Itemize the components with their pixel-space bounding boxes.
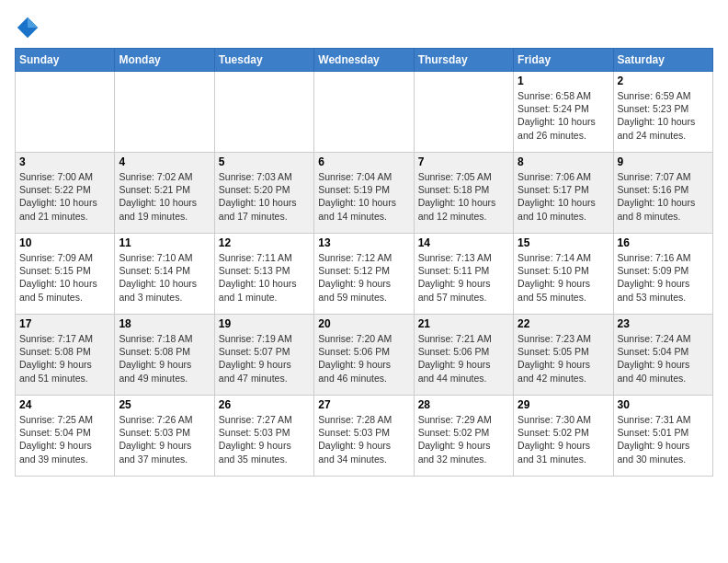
day-number: 8: [518, 155, 609, 168]
day-number: 28: [418, 398, 509, 411]
day-number: 13: [318, 236, 409, 249]
day-number: 4: [119, 155, 210, 168]
day-number: 7: [418, 155, 509, 168]
calendar-cell: 2Sunrise: 6:59 AM Sunset: 5:23 PM Daylig…: [613, 72, 712, 153]
calendar-cell: 9Sunrise: 7:07 AM Sunset: 5:16 PM Daylig…: [613, 153, 712, 234]
calendar-cell: 24Sunrise: 7:25 AM Sunset: 5:04 PM Dayli…: [16, 396, 115, 477]
weekday-header-sunday: Sunday: [16, 49, 115, 72]
calendar-cell: 15Sunrise: 7:14 AM Sunset: 5:10 PM Dayli…: [514, 234, 613, 315]
weekday-header-tuesday: Tuesday: [214, 49, 313, 72]
calendar-cell: 30Sunrise: 7:31 AM Sunset: 5:01 PM Dayli…: [613, 396, 712, 477]
calendar-row-3: 10Sunrise: 7:09 AM Sunset: 5:15 PM Dayli…: [16, 234, 713, 315]
calendar-cell: 22Sunrise: 7:23 AM Sunset: 5:05 PM Dayli…: [514, 315, 613, 396]
calendar-cell: 6Sunrise: 7:04 AM Sunset: 5:19 PM Daylig…: [314, 153, 414, 234]
calendar-cell: [314, 72, 414, 153]
calendar-row-5: 24Sunrise: 7:25 AM Sunset: 5:04 PM Dayli…: [16, 396, 713, 477]
page-header: [15, 15, 713, 40]
calendar-cell: 11Sunrise: 7:10 AM Sunset: 5:14 PM Dayli…: [115, 234, 214, 315]
day-info: Sunrise: 7:07 AM Sunset: 5:16 PM Dayligh…: [618, 170, 709, 223]
day-number: 19: [219, 317, 310, 330]
weekday-header-saturday: Saturday: [613, 49, 712, 72]
day-info: Sunrise: 7:02 AM Sunset: 5:21 PM Dayligh…: [119, 170, 210, 223]
day-info: Sunrise: 7:26 AM Sunset: 5:03 PM Dayligh…: [119, 413, 210, 465]
day-info: Sunrise: 7:25 AM Sunset: 5:04 PM Dayligh…: [19, 413, 110, 465]
logo-icon: [15, 15, 40, 40]
day-number: 24: [19, 398, 110, 411]
calendar-cell: 7Sunrise: 7:05 AM Sunset: 5:18 PM Daylig…: [414, 153, 513, 234]
day-info: Sunrise: 7:14 AM Sunset: 5:10 PM Dayligh…: [518, 251, 609, 304]
day-info: Sunrise: 7:24 AM Sunset: 5:04 PM Dayligh…: [618, 332, 709, 385]
calendar-cell: 26Sunrise: 7:27 AM Sunset: 5:03 PM Dayli…: [214, 396, 313, 477]
day-info: Sunrise: 7:05 AM Sunset: 5:18 PM Dayligh…: [418, 170, 509, 223]
day-number: 27: [318, 398, 409, 411]
day-number: 30: [618, 398, 709, 411]
calendar-cell: 17Sunrise: 7:17 AM Sunset: 5:08 PM Dayli…: [16, 315, 115, 396]
day-number: 12: [219, 236, 310, 249]
calendar-cell: 27Sunrise: 7:28 AM Sunset: 5:03 PM Dayli…: [314, 396, 414, 477]
weekday-header-row: SundayMondayTuesdayWednesdayThursdayFrid…: [16, 49, 713, 72]
day-info: Sunrise: 7:17 AM Sunset: 5:08 PM Dayligh…: [19, 332, 110, 385]
day-info: Sunrise: 7:29 AM Sunset: 5:02 PM Dayligh…: [418, 413, 509, 465]
calendar-cell: 3Sunrise: 7:00 AM Sunset: 5:22 PM Daylig…: [16, 153, 115, 234]
day-number: 26: [219, 398, 310, 411]
day-info: Sunrise: 7:21 AM Sunset: 5:06 PM Dayligh…: [418, 332, 509, 385]
day-number: 5: [219, 155, 310, 168]
calendar-cell: 12Sunrise: 7:11 AM Sunset: 5:13 PM Dayli…: [214, 234, 313, 315]
day-info: Sunrise: 7:11 AM Sunset: 5:13 PM Dayligh…: [219, 251, 310, 304]
day-number: 22: [518, 317, 609, 330]
calendar-cell: 13Sunrise: 7:12 AM Sunset: 5:12 PM Dayli…: [314, 234, 414, 315]
calendar-table: SundayMondayTuesdayWednesdayThursdayFrid…: [15, 48, 713, 477]
day-number: 10: [19, 236, 110, 249]
day-number: 16: [618, 236, 709, 249]
svg-marker-1: [28, 17, 38, 28]
day-number: 1: [518, 75, 609, 87]
day-info: Sunrise: 7:20 AM Sunset: 5:06 PM Dayligh…: [318, 332, 409, 385]
day-number: 9: [618, 155, 709, 168]
day-info: Sunrise: 7:06 AM Sunset: 5:17 PM Dayligh…: [518, 170, 609, 223]
calendar-cell: 28Sunrise: 7:29 AM Sunset: 5:02 PM Dayli…: [414, 396, 513, 477]
day-number: 18: [119, 317, 210, 330]
calendar-cell: 5Sunrise: 7:03 AM Sunset: 5:20 PM Daylig…: [214, 153, 313, 234]
calendar-cell: 19Sunrise: 7:19 AM Sunset: 5:07 PM Dayli…: [214, 315, 313, 396]
weekday-header-friday: Friday: [514, 49, 613, 72]
day-info: Sunrise: 7:27 AM Sunset: 5:03 PM Dayligh…: [219, 413, 310, 465]
day-number: 29: [518, 398, 609, 411]
logo: [15, 15, 44, 40]
calendar-cell: 4Sunrise: 7:02 AM Sunset: 5:21 PM Daylig…: [115, 153, 214, 234]
calendar-cell: 29Sunrise: 7:30 AM Sunset: 5:02 PM Dayli…: [514, 396, 613, 477]
weekday-header-wednesday: Wednesday: [314, 49, 414, 72]
day-info: Sunrise: 7:23 AM Sunset: 5:05 PM Dayligh…: [518, 332, 609, 385]
day-number: 14: [418, 236, 509, 249]
calendar-cell: [115, 72, 214, 153]
day-info: Sunrise: 7:04 AM Sunset: 5:19 PM Dayligh…: [318, 170, 409, 223]
calendar-cell: 18Sunrise: 7:18 AM Sunset: 5:08 PM Dayli…: [115, 315, 214, 396]
day-info: Sunrise: 7:16 AM Sunset: 5:09 PM Dayligh…: [618, 251, 709, 304]
day-number: 11: [119, 236, 210, 249]
day-number: 20: [318, 317, 409, 330]
day-info: Sunrise: 7:18 AM Sunset: 5:08 PM Dayligh…: [119, 332, 210, 385]
calendar-cell: 8Sunrise: 7:06 AM Sunset: 5:17 PM Daylig…: [514, 153, 613, 234]
calendar-cell: 1Sunrise: 6:58 AM Sunset: 5:24 PM Daylig…: [514, 72, 613, 153]
calendar-row-4: 17Sunrise: 7:17 AM Sunset: 5:08 PM Dayli…: [16, 315, 713, 396]
day-info: Sunrise: 7:19 AM Sunset: 5:07 PM Dayligh…: [219, 332, 310, 385]
day-info: Sunrise: 7:13 AM Sunset: 5:11 PM Dayligh…: [418, 251, 509, 304]
day-number: 21: [418, 317, 509, 330]
day-info: Sunrise: 7:30 AM Sunset: 5:02 PM Dayligh…: [518, 413, 609, 465]
calendar-cell: 16Sunrise: 7:16 AM Sunset: 5:09 PM Dayli…: [613, 234, 712, 315]
day-info: Sunrise: 7:10 AM Sunset: 5:14 PM Dayligh…: [119, 251, 210, 304]
calendar-cell: [16, 72, 115, 153]
day-info: Sunrise: 7:28 AM Sunset: 5:03 PM Dayligh…: [318, 413, 409, 465]
day-info: Sunrise: 7:31 AM Sunset: 5:01 PM Dayligh…: [618, 413, 709, 465]
day-info: Sunrise: 7:03 AM Sunset: 5:20 PM Dayligh…: [219, 170, 310, 223]
day-info: Sunrise: 7:12 AM Sunset: 5:12 PM Dayligh…: [318, 251, 409, 304]
day-info: Sunrise: 7:09 AM Sunset: 5:15 PM Dayligh…: [19, 251, 110, 304]
calendar-cell: 10Sunrise: 7:09 AM Sunset: 5:15 PM Dayli…: [16, 234, 115, 315]
day-number: 25: [119, 398, 210, 411]
calendar-cell: 25Sunrise: 7:26 AM Sunset: 5:03 PM Dayli…: [115, 396, 214, 477]
day-info: Sunrise: 6:58 AM Sunset: 5:24 PM Dayligh…: [518, 89, 609, 142]
day-number: 6: [318, 155, 409, 168]
day-info: Sunrise: 6:59 AM Sunset: 5:23 PM Dayligh…: [618, 89, 709, 142]
calendar-cell: [214, 72, 313, 153]
day-number: 23: [618, 317, 709, 330]
weekday-header-monday: Monday: [115, 49, 214, 72]
